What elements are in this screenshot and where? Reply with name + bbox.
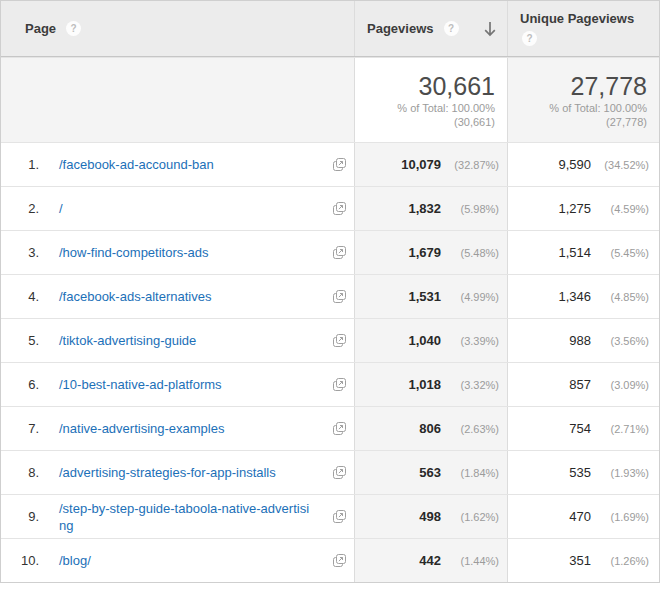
pageviews-column-label: Pageviews <box>367 21 434 36</box>
unique-pageviews-value: 535 <box>508 465 591 480</box>
open-in-new-icon[interactable] <box>333 466 346 479</box>
table-row: 9. /step-by-step-guide-taboola-native-ad… <box>1 494 659 538</box>
open-in-new-icon[interactable] <box>333 554 346 567</box>
pageviews-value: 1,679 <box>355 245 441 260</box>
pageviews-cell: 10,079 (32.87%) <box>354 143 507 186</box>
page-link[interactable]: /native-advertising-examples <box>59 420 224 437</box>
page-link[interactable]: /facebook-ad-accound-ban <box>59 156 214 173</box>
unique-pageviews-column-label: Unique Pageviews <box>520 11 634 26</box>
page-link[interactable]: /facebook-ads-alternatives <box>59 288 211 305</box>
page-link[interactable]: /advertising-strategies-for-app-installs <box>59 464 276 481</box>
unique-pageviews-cell: 9,590 (34.52%) <box>507 143 659 186</box>
open-in-new-icon[interactable] <box>333 378 346 391</box>
pageviews-percent: (1.84%) <box>441 467 499 479</box>
unique-pageviews-percent: (3.09%) <box>591 379 649 391</box>
open-in-new-icon[interactable] <box>333 510 346 523</box>
row-rank: 10. <box>13 553 39 568</box>
column-header-pageviews[interactable]: Pageviews ? <box>354 1 507 56</box>
page-link[interactable]: /tiktok-advertising-guide <box>59 332 196 349</box>
pageviews-value: 806 <box>355 421 441 436</box>
unique-pageviews-percent: (4.59%) <box>591 203 649 215</box>
pageviews-percent: (2.63%) <box>441 423 499 435</box>
open-in-new-icon[interactable] <box>333 290 346 303</box>
pageviews-percent: (3.32%) <box>441 379 499 391</box>
unique-pageviews-value: 1,514 <box>508 245 591 260</box>
pageviews-value: 498 <box>355 509 441 524</box>
unique-pageviews-value: 754 <box>508 421 591 436</box>
open-in-new-icon[interactable] <box>333 158 346 171</box>
unique-pageviews-percent: (2.71%) <box>591 423 649 435</box>
pageviews-cell: 1,040 (3.39%) <box>354 319 507 362</box>
table-row: 7. /native-advertising-examples 806 (2.6… <box>1 406 659 450</box>
table-row: 1. /facebook-ad-accound-ban 10,079 (32.8… <box>1 142 659 186</box>
unique-pageviews-cell: 535 (1.93%) <box>507 451 659 494</box>
pageviews-value: 1,531 <box>355 289 441 304</box>
unique-pageviews-cell: 754 (2.71%) <box>507 407 659 450</box>
page-column-label: Page <box>25 21 56 36</box>
unique-pageviews-percent: (1.26%) <box>591 555 649 567</box>
pageviews-percent: (5.48%) <box>441 247 499 259</box>
open-in-new-icon[interactable] <box>333 202 346 215</box>
page-cell: 3. /how-find-competitors-ads <box>1 231 354 274</box>
column-header-unique-pageviews[interactable]: Unique Pageviews ? <box>507 1 659 56</box>
unique-pageviews-cell: 1,275 (4.59%) <box>507 187 659 230</box>
row-rank: 6. <box>13 377 39 392</box>
page-cell: 6. /10-best-native-ad-platforms <box>1 363 354 406</box>
pageviews-value: 1,040 <box>355 333 441 348</box>
pageviews-value: 563 <box>355 465 441 480</box>
pageviews-cell: 1,018 (3.32%) <box>354 363 507 406</box>
pageviews-percent: (3.39%) <box>441 335 499 347</box>
totals-unique-pageviews-cell: 27,778 % of Total: 100.00% (27,778) <box>507 58 659 142</box>
row-rank: 4. <box>13 289 39 304</box>
row-rank: 7. <box>13 421 39 436</box>
sort-descending-icon[interactable] <box>483 20 497 38</box>
row-rank: 3. <box>13 245 39 260</box>
table-header-row: Page ? Pageviews ? Unique Pageviews ? <box>1 1 659 57</box>
row-rank: 1. <box>13 157 39 172</box>
row-rank: 2. <box>13 201 39 216</box>
unique-pageviews-percent: (4.85%) <box>591 291 649 303</box>
unique-total-value: 27,778 <box>571 71 647 101</box>
totals-row: 30,661 % of Total: 100.00% (30,661) 27,7… <box>1 57 659 142</box>
help-icon[interactable]: ? <box>66 21 81 36</box>
pageviews-value: 442 <box>355 553 441 568</box>
pageviews-cell: 442 (1.44%) <box>354 539 507 582</box>
pageviews-percent: (4.99%) <box>441 291 499 303</box>
pageviews-cell: 806 (2.63%) <box>354 407 507 450</box>
unique-pageviews-cell: 470 (1.69%) <box>507 495 659 538</box>
page-link[interactable]: /how-find-competitors-ads <box>59 244 209 261</box>
open-in-new-icon[interactable] <box>333 422 346 435</box>
open-in-new-icon[interactable] <box>333 246 346 259</box>
pageviews-cell: 1,531 (4.99%) <box>354 275 507 318</box>
page-cell: 2. / <box>1 187 354 230</box>
table-row: 8. /advertising-strategies-for-app-insta… <box>1 450 659 494</box>
pageviews-cell: 1,832 (5.98%) <box>354 187 507 230</box>
unique-pageviews-cell: 1,514 (5.45%) <box>507 231 659 274</box>
page-link[interactable]: /step-by-step-guide-taboola-native-adver… <box>59 500 311 534</box>
page-link[interactable]: /blog/ <box>59 552 91 569</box>
table-row: 4. /facebook-ads-alternatives 1,531 (4.9… <box>1 274 659 318</box>
page-link[interactable]: /10-best-native-ad-platforms <box>59 376 222 393</box>
unique-pageviews-value: 988 <box>508 333 591 348</box>
pageviews-percent: (32.87%) <box>441 159 499 171</box>
unique-pageviews-percent: (1.69%) <box>591 511 649 523</box>
pageviews-value: 1,018 <box>355 377 441 392</box>
open-in-new-icon[interactable] <box>333 334 346 347</box>
row-rank: 9. <box>13 509 39 524</box>
pageviews-total-value: 30,661 <box>419 71 495 101</box>
pageviews-percent: (1.62%) <box>441 511 499 523</box>
table-row: 10. /blog/ 442 (1.44%) 351 (1.26%) <box>1 538 659 582</box>
row-rank: 8. <box>13 465 39 480</box>
unique-pageviews-cell: 988 (3.56%) <box>507 319 659 362</box>
help-icon[interactable]: ? <box>522 31 537 46</box>
table-row: 6. /10-best-native-ad-platforms 1,018 (3… <box>1 362 659 406</box>
help-icon[interactable]: ? <box>444 21 459 36</box>
page-link[interactable]: / <box>59 200 63 217</box>
unique-pageviews-percent: (3.56%) <box>591 335 649 347</box>
table-row: 3. /how-find-competitors-ads 1,679 (5.48… <box>1 230 659 274</box>
page-cell: 9. /step-by-step-guide-taboola-native-ad… <box>1 495 354 538</box>
page-cell: 7. /native-advertising-examples <box>1 407 354 450</box>
totals-pageviews-cell: 30,661 % of Total: 100.00% (30,661) <box>354 58 507 142</box>
column-header-page[interactable]: Page ? <box>1 1 354 56</box>
pageviews-percent: (1.44%) <box>441 555 499 567</box>
